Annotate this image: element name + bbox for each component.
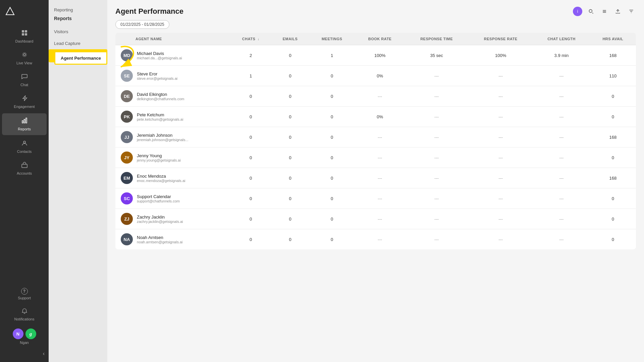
cell-chats-7: 0	[230, 188, 271, 209]
user-avatar: N	[13, 328, 23, 339]
agent-cell-6: EM Enoc Mendoza enoc.mendoza@getsignals.…	[115, 168, 230, 188]
table-row[interactable]: ZJ Zachry Jacklin zachry.jacklin@getsign…	[115, 209, 636, 229]
table-row[interactable]: NA Noah Arntsen noah.arntsen@getsignals.…	[115, 229, 636, 250]
app-logo[interactable]	[0, 0, 49, 24]
table-row[interactable]: JY Jenny Young jenny.young@getsignals.ai…	[115, 147, 636, 168]
agent-avatar-9: NA	[121, 233, 133, 245]
cell-response_time-6: ---	[405, 168, 468, 188]
table-row[interactable]: JJ Jeremiah Johnson jeremiah.johnson@get…	[115, 127, 636, 147]
cell-book_rate-4: ---	[355, 127, 405, 147]
agent-email-8: zachry.jacklin@getsignals.ai	[137, 220, 183, 224]
table-row[interactable]: SE Steve Eror steve.eror@getsignals.ai 1…	[115, 66, 636, 86]
col-book-rate: BOOK RATE	[355, 33, 405, 45]
cell-response_rate-2: ---	[468, 86, 533, 107]
sidebar-item-reports[interactable]: Reports	[2, 113, 47, 135]
cell-book_rate-1: 0%	[355, 66, 405, 86]
table-row[interactable]: PK Pete Ketchum pete.ketchum@getsignals.…	[115, 107, 636, 127]
table-row[interactable]: DE David Elkington delkington@chatfunnel…	[115, 86, 636, 107]
cell-response_rate-3: ---	[468, 107, 533, 127]
secondary-item-lead-capture[interactable]: Lead Capture	[49, 38, 107, 49]
col-response-time: RESPONSE TIME	[405, 33, 468, 45]
info-icon[interactable]: i	[573, 7, 582, 16]
cell-meetings-6: 0	[309, 168, 355, 188]
cell-chat_length-3: ---	[533, 107, 590, 127]
cell-chats-8: 0	[230, 209, 271, 229]
cell-response_rate-8: ---	[468, 209, 533, 229]
settings-icon[interactable]	[600, 7, 609, 16]
page-header: Agent Performance i	[107, 0, 644, 20]
date-range-badge[interactable]: 01/22/2025 - 01/28/2025	[115, 20, 169, 29]
user-avatar-item[interactable]: N g Ngan	[0, 325, 49, 348]
search-icon[interactable]	[586, 7, 596, 16]
collapse-button[interactable]: ‹	[0, 348, 49, 359]
cell-response_rate-4: ---	[468, 127, 533, 147]
cell-chat_length-7: ---	[533, 188, 590, 209]
secondary-section-title: Reporting	[49, 3, 107, 14]
agent-email-3: pete.ketchum@getsignals.ai	[137, 117, 183, 121]
header-icons: i	[573, 7, 636, 16]
cell-book_rate-9: ---	[355, 229, 405, 250]
sidebar-item-dashboard[interactable]: Dashboard	[0, 25, 49, 47]
sidebar-item-notifications[interactable]: Notifications	[0, 304, 49, 325]
svg-rect-1	[25, 30, 27, 33]
cell-response_time-8: ---	[405, 209, 468, 229]
sidebar-label-chat: Chat	[20, 83, 28, 87]
svg-rect-3	[25, 33, 27, 36]
col-meetings: MEETINGS	[309, 33, 355, 45]
sidebar-label-dashboard: Dashboard	[15, 39, 34, 43]
cell-response_time-1: ---	[405, 66, 468, 86]
agent-email-0: michael.da...@getsignals.ai	[137, 56, 182, 60]
cell-response_time-0: 35 sec	[405, 45, 468, 66]
agent-info-1: Steve Eror steve.eror@getsignals.ai	[137, 71, 177, 80]
engagement-icon	[21, 95, 28, 103]
cell-emails-1: 0	[271, 66, 309, 86]
page-title: Agent Performance	[115, 7, 183, 16]
sidebar-item-chat[interactable]: Chat	[0, 69, 49, 91]
cell-chat_length-4: ---	[533, 127, 590, 147]
svg-point-11	[589, 9, 592, 12]
secondary-item-visitors[interactable]: Visitors	[49, 26, 107, 38]
col-chats[interactable]: CHATS ↓	[230, 33, 271, 45]
cell-chat_length-0: 3.9 min	[533, 45, 590, 66]
table-row[interactable]: EM Enoc Mendoza enoc.mendoza@getsignals.…	[115, 168, 636, 188]
table-header-row: AGENT NAME CHATS ↓ EMAILS MEETINGS BOOK …	[115, 33, 636, 45]
agent-avatar-0: MD	[121, 49, 133, 61]
secondary-sidebar: Reporting Reports Visitors Lead Capture …	[49, 0, 107, 362]
cell-response_time-3: ---	[405, 107, 468, 127]
svg-rect-10	[22, 164, 27, 168]
sidebar-item-live-view[interactable]: Live View	[0, 47, 49, 69]
cell-chats-5: 0	[230, 147, 271, 168]
cell-meetings-3: 0	[309, 107, 355, 127]
sidebar-label-live-view: Live View	[16, 61, 32, 65]
agent-email-2: delkington@chatfunnels.com	[137, 97, 184, 101]
secondary-item-agent-performance[interactable]: Agent Performance	[49, 49, 107, 62]
cell-chat_length-8: ---	[533, 209, 590, 229]
cell-meetings-0: 1	[309, 45, 355, 66]
export-icon[interactable]	[613, 7, 623, 16]
svg-point-5	[22, 53, 26, 57]
svg-rect-8	[26, 118, 27, 123]
live-view-icon	[21, 51, 28, 60]
svg-point-9	[23, 141, 25, 143]
cell-hrs_avail-9: 0	[590, 229, 636, 250]
table-row[interactable]: MD Michael Davis michael.da...@getsignal…	[115, 45, 636, 66]
svg-rect-6	[22, 121, 23, 123]
notifications-icon	[21, 308, 28, 316]
agent-avatar-7: SC	[121, 192, 133, 204]
agent-email-9: noah.arntsen@getsignals.ai	[137, 240, 183, 244]
sidebar-label-reports: Reports	[18, 127, 31, 131]
sidebar-item-engagement[interactable]: Engagement	[0, 91, 49, 113]
main-content: Agent Performance i 01/22/2025 - 01/28/2…	[107, 0, 644, 362]
sidebar-item-contacts[interactable]: Contacts	[0, 136, 49, 158]
cell-hrs_avail-5: 0	[590, 147, 636, 168]
cell-response_time-7: ---	[405, 188, 468, 209]
secondary-sub-section: Reports	[49, 14, 107, 23]
support-icon: ?	[21, 288, 28, 295]
cell-hrs_avail-2: 0	[590, 86, 636, 107]
filter-icon[interactable]	[627, 7, 636, 16]
sidebar-item-support[interactable]: ? Support	[0, 284, 49, 304]
agent-email-1: steve.eror@getsignals.ai	[137, 76, 177, 80]
sidebar-item-accounts[interactable]: Accounts	[0, 158, 49, 179]
agent-avatar-5: JY	[121, 152, 133, 164]
table-row[interactable]: SC Support Calendar support@chatfunnels.…	[115, 188, 636, 209]
